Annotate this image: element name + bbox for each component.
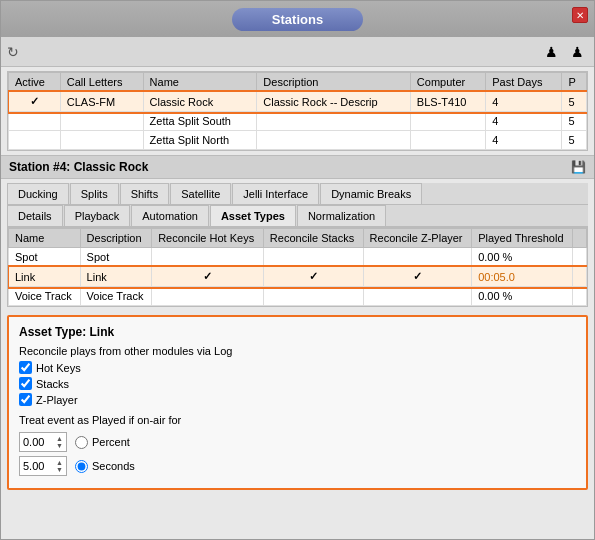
- station-cell: 4: [486, 112, 562, 131]
- asset-cell: ✓: [152, 267, 264, 287]
- asset-cell: Spot: [9, 248, 81, 267]
- tab-satellite[interactable]: Satellite: [170, 183, 231, 204]
- scroll-cell: [573, 267, 587, 287]
- asset-row[interactable]: LinkLink✓✓✓00:05.0: [9, 267, 587, 287]
- asset-detail-section: Asset Type: Link Reconcile plays from ot…: [1, 311, 594, 494]
- tab-shifts[interactable]: Shifts: [120, 183, 170, 204]
- window-title: Stations: [232, 8, 363, 31]
- spinner-2[interactable]: 5.00 ▲▼: [19, 456, 67, 476]
- asset-cell: [152, 287, 264, 306]
- asset-cell: [363, 248, 472, 267]
- section-title: Station #4: Classic Rock: [9, 160, 148, 174]
- station-row[interactable]: ✓CLAS-FMClassic RockClassic Rock -- Desc…: [9, 92, 587, 112]
- tab-ducking[interactable]: Ducking: [7, 183, 69, 204]
- checkbox-z-player: Z-Player: [19, 393, 576, 406]
- scroll-cell: [573, 287, 587, 306]
- station-cell: 4: [486, 131, 562, 150]
- asset-types-section: Name Description Reconcile Hot Keys Reco…: [1, 227, 594, 311]
- station-cell: [410, 112, 485, 131]
- station-row[interactable]: Zetta Split North45: [9, 131, 587, 150]
- station-cell: 4: [486, 92, 562, 112]
- asset-detail-box: Asset Type: Link Reconcile plays from ot…: [7, 315, 588, 490]
- asset-header-row: Name Description Reconcile Hot Keys Reco…: [9, 229, 587, 248]
- asset-cell: 00:05.0: [472, 267, 573, 287]
- asset-cell: [263, 287, 363, 306]
- asset-cell: Voice Track: [80, 287, 152, 306]
- tab-jelli-interface[interactable]: Jelli Interface: [232, 183, 319, 204]
- col-z-player: Reconcile Z-Player: [363, 229, 472, 248]
- col-played-threshold: Played Threshold: [472, 229, 573, 248]
- asset-cell: ✓: [263, 267, 363, 287]
- station-cell: [60, 131, 143, 150]
- tab-details[interactable]: Details: [7, 205, 63, 226]
- col-description: Description: [257, 73, 411, 92]
- asset-row[interactable]: Voice TrackVoice Track0.00 %: [9, 287, 587, 306]
- chess-icon-1[interactable]: ♟: [540, 41, 562, 63]
- asset-detail-title: Asset Type: Link: [19, 325, 576, 339]
- col-stacks: Reconcile Stacks: [263, 229, 363, 248]
- station-row[interactable]: Zetta Split South45: [9, 112, 587, 131]
- tab-automation[interactable]: Automation: [131, 205, 209, 226]
- tab-dynamic-breaks[interactable]: Dynamic Breaks: [320, 183, 422, 204]
- tab-normalization[interactable]: Normalization: [297, 205, 386, 226]
- station-cell: [257, 131, 411, 150]
- col-past-days: Past Days: [486, 73, 562, 92]
- radio-seconds[interactable]: [75, 460, 88, 473]
- asset-row[interactable]: SpotSpot0.00 %: [9, 248, 587, 267]
- close-button[interactable]: ✕: [572, 7, 588, 23]
- checkbox-hot-keys-label: Hot Keys: [36, 362, 81, 374]
- asset-cell: Link: [9, 267, 81, 287]
- station-cell: [9, 131, 61, 150]
- tab-playback[interactable]: Playback: [64, 205, 131, 226]
- checkbox-stacks-label: Stacks: [36, 378, 69, 390]
- station-cell: [9, 112, 61, 131]
- stations-table: Active Call Letters Name Description Com…: [8, 72, 587, 150]
- treat-label: Treat event as Played if on-air for: [19, 414, 576, 426]
- radio-percent-label: Percent: [92, 436, 130, 448]
- col-call-letters: Call Letters: [60, 73, 143, 92]
- asset-cell: [363, 287, 472, 306]
- col-p: P: [562, 73, 587, 92]
- save-icon[interactable]: 💾: [571, 160, 586, 174]
- asset-cell: ✓: [363, 267, 472, 287]
- station-cell: 5: [562, 131, 587, 150]
- spinner-1[interactable]: 0.00 ▲▼: [19, 432, 67, 452]
- station-cell: Zetta Split North: [143, 131, 257, 150]
- asset-table-wrapper: Name Description Reconcile Hot Keys Reco…: [7, 227, 588, 307]
- checkbox-z-player-input[interactable]: [19, 393, 32, 406]
- chess-icon-2[interactable]: ♟: [566, 41, 588, 63]
- radio-percent[interactable]: [75, 436, 88, 449]
- radio-seconds-row: Seconds: [75, 460, 135, 473]
- col-asset-desc: Description: [80, 229, 152, 248]
- spinner-1-arrows: ▲▼: [56, 435, 63, 449]
- radio-seconds-label: Seconds: [92, 460, 135, 472]
- station-cell: [410, 131, 485, 150]
- station-cell: Classic Rock -- Descrip: [257, 92, 411, 112]
- station-cell: 5: [562, 92, 587, 112]
- checkbox-stacks-input[interactable]: [19, 377, 32, 390]
- refresh-icon[interactable]: ↻: [7, 44, 19, 60]
- spinner-1-value: 0.00: [23, 436, 56, 448]
- stations-area: Active Call Letters Name Description Com…: [1, 67, 594, 155]
- checkbox-hot-keys-input[interactable]: [19, 361, 32, 374]
- col-computer: Computer: [410, 73, 485, 92]
- asset-cell: Voice Track: [9, 287, 81, 306]
- asset-cell: Spot: [80, 248, 152, 267]
- station-cell: CLAS-FM: [60, 92, 143, 112]
- asset-cell: [263, 248, 363, 267]
- spinner-2-arrows: ▲▼: [56, 459, 63, 473]
- station-cell: Zetta Split South: [143, 112, 257, 131]
- checkbox-stacks: Stacks: [19, 377, 576, 390]
- reconcile-label: Reconcile plays from other modules via L…: [19, 345, 576, 357]
- stations-header-row: Active Call Letters Name Description Com…: [9, 73, 587, 92]
- asset-cell: 0.00 %: [472, 248, 573, 267]
- stations-table-wrapper: Active Call Letters Name Description Com…: [7, 71, 588, 151]
- tab-asset-types[interactable]: Asset Types: [210, 205, 296, 226]
- toolbar-icons: ♟ ♟: [540, 41, 588, 63]
- tab-splits[interactable]: Splits: [70, 183, 119, 204]
- col-asset-name: Name: [9, 229, 81, 248]
- checkbox-hot-keys: Hot Keys: [19, 361, 576, 374]
- scroll-cell: [573, 248, 587, 267]
- asset-cell: [152, 248, 264, 267]
- spinner-2-value: 5.00: [23, 460, 56, 472]
